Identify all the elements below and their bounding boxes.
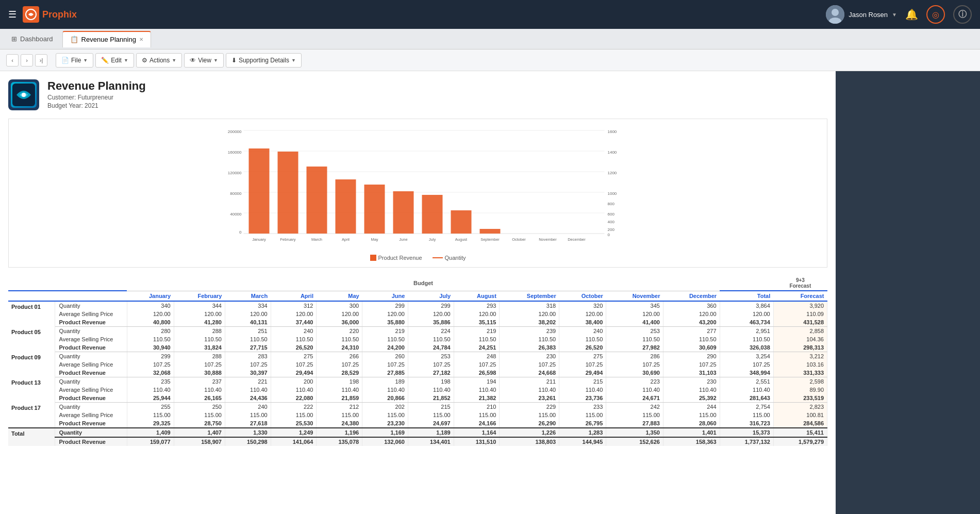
file-button[interactable]: 📄 File ▼ [56, 53, 93, 68]
qty-val: 300 [317, 301, 362, 310]
rev-val: 27,885 [362, 369, 408, 377]
table-row: Product 13Quantity2352372212001981891981… [8, 377, 827, 386]
total-qty-val: 1,283 [559, 428, 606, 437]
asp-val: 107.25 [127, 360, 174, 369]
user-dropdown-icon[interactable]: ▼ [892, 12, 897, 18]
qty-label: Quantity [55, 377, 127, 386]
rev-val: 36,000 [317, 318, 362, 327]
rev-val: 24,697 [408, 419, 454, 428]
rev-val: 31,824 [174, 343, 225, 352]
qty-label: Quantity [55, 327, 127, 336]
qty-val: 320 [559, 301, 606, 310]
svg-text:400: 400 [608, 220, 615, 224]
qty-val: 210 [454, 403, 500, 411]
bar-sep [480, 229, 501, 234]
total-qty-val: 1,409 [127, 428, 174, 437]
asp-val: 115.00 [317, 411, 362, 419]
asp-val: 120.00 [271, 310, 317, 318]
rev-val: 26,383 [500, 343, 559, 352]
qty-val: 189 [362, 377, 408, 386]
total-rev-val: 158,363 [663, 437, 720, 446]
rev-val: 28,060 [663, 419, 720, 428]
asp-val: 110.50 [663, 335, 720, 343]
rev-val: 27,715 [225, 343, 271, 352]
nav-forward-button[interactable]: › [21, 54, 33, 67]
rev-val: 22,080 [271, 394, 317, 403]
rev-val: 23,736 [559, 394, 606, 403]
table-row: Product Revenue40,80041,28040,13137,4403… [8, 318, 827, 327]
asp-val: 107.25 [663, 360, 720, 369]
th-may: May [317, 291, 362, 301]
rev-val: 30,690 [606, 369, 663, 377]
asp-val: 115.00 [408, 411, 454, 419]
rev-val: 35,115 [454, 318, 500, 327]
rev-val: 24,310 [317, 343, 362, 352]
asp-label: Average Selling Price [55, 335, 127, 343]
tab-dashboard[interactable]: ⊞ Dashboard [4, 31, 60, 47]
total-rev-val: 141,064 [271, 437, 317, 446]
chart-container: 200000 160000 120000 80000 40000 0 1600 … [8, 119, 827, 268]
actions-button[interactable]: ⚙ Actions ▼ [136, 53, 182, 68]
target-icon[interactable]: ◎ [926, 5, 945, 24]
qty-val: 288 [174, 327, 225, 336]
notification-icon[interactable]: 🔔 [905, 8, 918, 21]
bar-apr [336, 179, 356, 234]
qty-val: 299 [408, 301, 454, 310]
file-caret: ▼ [83, 58, 88, 63]
nav-end-button[interactable]: ›| [35, 54, 47, 67]
svg-text:November: November [539, 237, 557, 242]
total-rev-val: 132,060 [362, 437, 408, 446]
total-qty-val: 1,249 [271, 428, 317, 437]
menu-icon[interactable]: ☰ [8, 9, 16, 20]
qty-val: 288 [174, 352, 225, 361]
rev-label: Product Revenue [55, 394, 127, 403]
svg-text:February: February [280, 237, 295, 242]
svg-text:October: October [512, 237, 526, 242]
rev-val: 20,866 [362, 394, 408, 403]
rev-val: 29,494 [559, 369, 606, 377]
asp-label: Average Selling Price [55, 310, 127, 318]
th-feb: February [174, 291, 225, 301]
bar-jun [393, 191, 414, 234]
qty-val: 220 [317, 327, 362, 336]
total-rev-val: 150,298 [225, 437, 271, 446]
rev-val: 24,251 [454, 343, 500, 352]
asp-val: 110.50 [408, 335, 454, 343]
user-info[interactable]: Jason Rosen ▼ [826, 5, 897, 24]
supporting-details-icon: ⬇ [231, 57, 237, 64]
edit-button[interactable]: ✏️ Edit ▼ [95, 53, 134, 68]
asp-val: 110.50 [559, 335, 606, 343]
qty-val: 360 [663, 301, 720, 310]
rev-val: 21,859 [317, 394, 362, 403]
qty-val: 280 [127, 327, 174, 336]
qty-val: 2,598 [773, 377, 827, 386]
rev-val: 233,519 [773, 394, 827, 403]
rev-val: 31,103 [663, 369, 720, 377]
supporting-details-button[interactable]: ⬇ Supporting Details ▼ [226, 53, 302, 68]
data-section: Budget 9+3 Forecast January February Mar… [8, 276, 827, 446]
qty-val: 3,212 [773, 352, 827, 361]
qty-val: 202 [362, 403, 408, 411]
view-button[interactable]: 👁 View ▼ [184, 53, 224, 68]
nav-back-button[interactable]: ‹ [6, 54, 19, 67]
rev-val: 21,382 [454, 394, 500, 403]
asp-val: 120.00 [225, 310, 271, 318]
svg-text:120000: 120000 [228, 171, 242, 175]
tab-close-icon[interactable]: ✕ [139, 37, 143, 42]
svg-text:April: April [342, 237, 350, 242]
qty-val: 250 [174, 403, 225, 411]
qty-val: 253 [606, 327, 663, 336]
main-content: Revenue Planning Customer: Futurpreneur … [0, 71, 980, 514]
asp-val: 110.50 [362, 335, 408, 343]
table-row: Product 09Quantity2992882832752662602532… [8, 352, 827, 361]
total-qty-val: 15,411 [773, 428, 827, 437]
legend-revenue: Product Revenue [370, 255, 422, 261]
asp-val: 115.00 [559, 411, 606, 419]
tab-revenue-planning[interactable]: 📋 Revenue Planning ✕ [62, 31, 151, 47]
svg-text:January: January [252, 237, 266, 242]
asp-val: 110.50 [606, 335, 663, 343]
svg-text:May: May [371, 237, 378, 242]
asp-val: 110.40 [174, 386, 225, 394]
asp-val: 100.81 [773, 411, 827, 419]
info-icon[interactable]: ⓘ [953, 5, 972, 24]
